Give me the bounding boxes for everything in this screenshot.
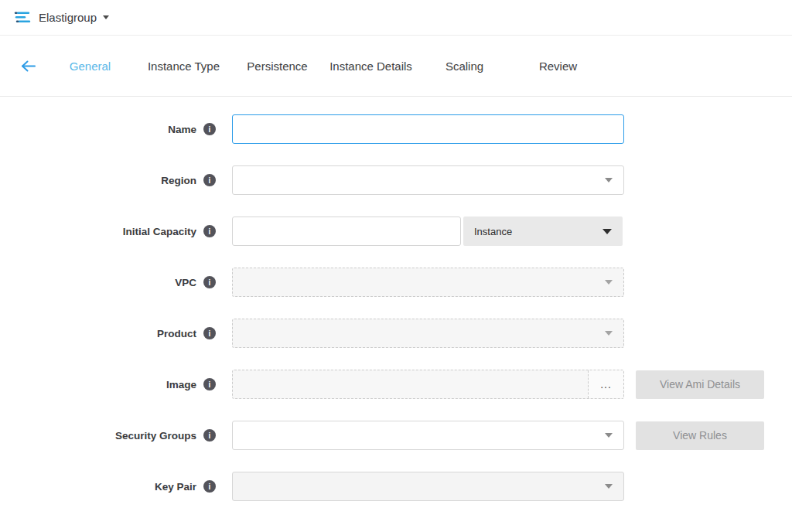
initial-capacity-input[interactable] (232, 217, 461, 246)
wizard-tabbar: General Instance Type Persistence Instan… (0, 36, 792, 97)
chevron-down-icon (605, 433, 613, 438)
form-row-key-pair: Key Pair i (0, 472, 792, 501)
image-browse-button[interactable]: ... (588, 370, 623, 398)
brand-name[interactable]: Elastigroup (39, 11, 97, 24)
elastigroup-logo-icon (14, 11, 31, 24)
name-label: Name (168, 124, 196, 135)
info-icon[interactable]: i (203, 123, 216, 135)
form-row-image: Image i ... View Ami Details (0, 370, 792, 399)
form-row-initial-capacity: Initial Capacity i Instance (0, 217, 792, 246)
chevron-down-icon (605, 280, 613, 285)
image-label: Image (166, 379, 196, 390)
vpc-label: VPC (175, 277, 196, 288)
tab-instance-details[interactable]: Instance Details (324, 60, 418, 73)
form-row-name: Name i (0, 114, 792, 144)
view-rules-button[interactable]: View Rules (636, 421, 764, 450)
chevron-down-icon (605, 331, 613, 336)
info-icon[interactable]: i (203, 327, 216, 339)
back-arrow-icon (20, 60, 36, 73)
form-row-product: Product i (0, 319, 792, 348)
name-input[interactable] (232, 114, 624, 144)
capacity-unit-select[interactable]: Instance (463, 217, 623, 246)
info-icon[interactable]: i (203, 225, 216, 237)
info-icon[interactable]: i (203, 276, 216, 288)
back-button[interactable] (12, 50, 43, 81)
form-row-region: Region i (0, 165, 792, 195)
tab-scaling[interactable]: Scaling (418, 60, 511, 73)
chevron-down-icon (605, 178, 613, 182)
initial-capacity-label: Initial Capacity (123, 226, 196, 237)
chevron-down-icon[interactable] (103, 15, 109, 19)
info-icon[interactable]: i (203, 378, 216, 390)
info-icon[interactable]: i (203, 480, 216, 493)
info-icon[interactable]: i (203, 429, 216, 442)
image-input[interactable] (233, 370, 588, 398)
security-groups-select[interactable] (232, 421, 624, 450)
view-ami-details-button[interactable]: View Ami Details (636, 370, 764, 399)
info-icon[interactable]: i (203, 174, 216, 186)
tab-general[interactable]: General (43, 60, 137, 73)
security-groups-label: Security Groups (115, 430, 196, 442)
general-form: Name i Region i Initial Capacity i Insta… (0, 97, 792, 501)
image-field: ... (232, 370, 624, 399)
tab-review[interactable]: Review (511, 60, 605, 73)
capacity-unit-value: Instance (474, 226, 512, 237)
chevron-down-icon (603, 229, 612, 234)
product-label: Product (157, 328, 196, 339)
topbar: Elastigroup (0, 0, 792, 36)
region-label: Region (161, 175, 196, 186)
vpc-select (232, 268, 624, 297)
tab-instance-type[interactable]: Instance Type (137, 60, 230, 73)
key-pair-select[interactable] (232, 472, 624, 501)
form-row-vpc: VPC i (0, 268, 792, 297)
key-pair-label: Key Pair (155, 481, 196, 493)
tab-persistence[interactable]: Persistence (230, 60, 324, 73)
product-select (232, 319, 624, 348)
region-select[interactable] (232, 165, 624, 195)
form-row-security-groups: Security Groups i View Rules (0, 421, 792, 450)
wizard-tabs: General Instance Type Persistence Instan… (43, 60, 605, 73)
chevron-down-icon (605, 484, 613, 489)
